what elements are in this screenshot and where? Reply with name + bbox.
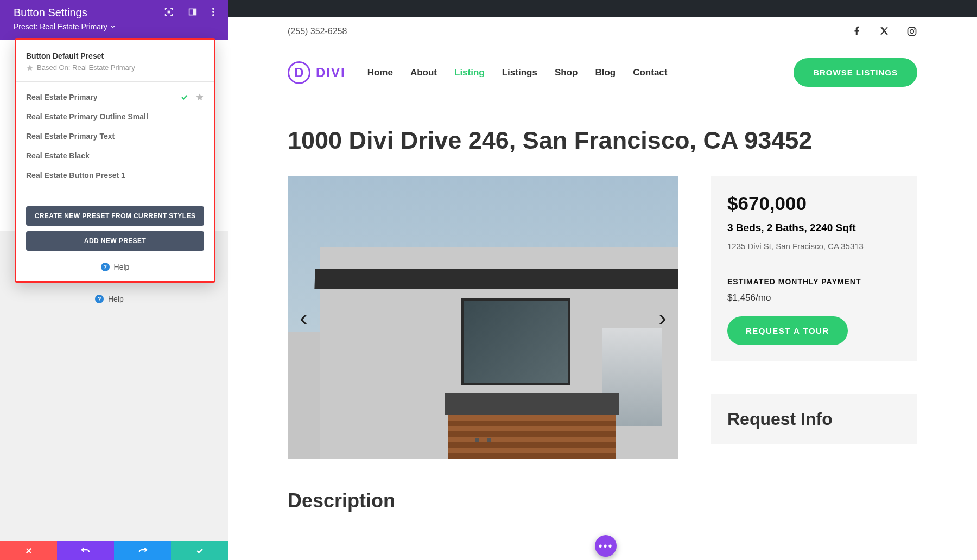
svg-point-11 <box>910 30 914 34</box>
svg-rect-4 <box>168 11 170 14</box>
nav-item[interactable]: Home <box>367 67 393 78</box>
default-preset-title[interactable]: Button Default Preset <box>26 52 204 60</box>
star-icon[interactable] <box>195 93 204 101</box>
based-on-label: Based On: Real Estate Primary <box>26 63 204 72</box>
svg-point-7 <box>212 8 214 10</box>
svg-point-12 <box>914 28 915 29</box>
ellipsis-icon: ••• <box>598 540 613 552</box>
preset-item[interactable]: Real Estate Black <box>26 146 204 166</box>
help-link[interactable]: ?Help <box>26 263 204 271</box>
nav-row: D DIVI Home About Listing Listings Shop … <box>228 46 977 99</box>
star-icon <box>26 64 34 72</box>
nav-item[interactable]: About <box>410 67 437 78</box>
slider-next-icon[interactable]: › <box>658 303 667 332</box>
svg-point-9 <box>212 14 214 16</box>
instagram-icon[interactable] <box>906 26 917 37</box>
slider-dot[interactable] <box>475 438 479 442</box>
est-payment-value: $1,456/mo <box>727 292 901 303</box>
undo-button[interactable] <box>57 541 114 560</box>
nav-item[interactable]: Contact <box>633 67 667 78</box>
x-icon[interactable] <box>879 26 889 36</box>
description-heading: Description <box>288 489 678 512</box>
listing-info-card: $670,000 3 Beds, 2 Baths, 2240 Sqft 1235… <box>711 176 917 361</box>
focus-icon[interactable] <box>164 8 173 16</box>
slider-dots <box>475 438 491 442</box>
nav-item[interactable]: Listing <box>454 67 485 78</box>
panel-header: Button Settings Preset: Real Estate Prim… <box>0 0 228 40</box>
image-slider[interactable]: ‹ › <box>288 176 678 459</box>
browse-listings-button[interactable]: BROWSE LISTINGS <box>794 58 917 87</box>
request-info-card: Request Info <box>711 394 917 444</box>
check-icon <box>180 93 189 101</box>
add-preset-button[interactable]: ADD NEW PRESET <box>26 231 204 251</box>
topbar: (255) 352-6258 <box>228 17 977 46</box>
est-payment-label: ESTIMATED MONTHLY PAYMENT <box>727 277 901 286</box>
page-title: 1000 Divi Drive 246, San Francisco, CA 9… <box>288 126 917 155</box>
dock-icon[interactable] <box>188 8 197 16</box>
facebook-icon[interactable] <box>852 26 862 36</box>
nav-item[interactable]: Blog <box>595 67 616 78</box>
request-tour-button[interactable]: REQUEST A TOUR <box>727 316 848 345</box>
svg-rect-6 <box>193 9 196 15</box>
listing-price: $670,000 <box>727 193 901 214</box>
logo[interactable]: D DIVI <box>288 61 346 84</box>
help-icon: ? <box>95 295 104 303</box>
page-preview: (255) 352-6258 D DIVI Home About Listing… <box>228 0 977 560</box>
preset-dropdown: Button Default Preset Based On: Real Est… <box>15 38 215 283</box>
panel-bottom-bar <box>0 541 228 560</box>
preset-item[interactable]: Real Estate Primary Outline Small <box>26 107 204 126</box>
chevron-down-icon <box>111 24 115 29</box>
help-icon: ? <box>101 263 110 271</box>
slider-dot[interactable] <box>487 438 491 442</box>
svg-point-8 <box>212 11 214 13</box>
more-icon[interactable] <box>212 8 214 16</box>
save-button[interactable] <box>171 541 228 560</box>
phone-number: (255) 352-6258 <box>288 27 347 36</box>
preset-selector[interactable]: Preset: Real Estate Primary <box>14 22 214 31</box>
redo-button[interactable] <box>114 541 171 560</box>
request-info-heading: Request Info <box>727 409 901 429</box>
preset-item[interactable]: Real Estate Primary Text <box>26 126 204 146</box>
listing-beds: 3 Beds, 2 Baths, 2240 Sqft <box>727 222 901 234</box>
listing-address: 1235 Divi St, San Fracisco, CA 35313 <box>727 241 901 251</box>
create-preset-button[interactable]: CREATE NEW PRESET FROM CURRENT STYLES <box>26 206 204 226</box>
preset-item[interactable]: Real Estate Primary <box>26 87 204 107</box>
preset-item[interactable]: Real Estate Button Preset 1 <box>26 166 204 185</box>
slider-prev-icon[interactable]: ‹ <box>300 303 308 332</box>
help-link-bg[interactable]: ?Help <box>95 295 124 303</box>
module-options-fab[interactable]: ••• <box>595 535 617 557</box>
nav-item[interactable]: Shop <box>555 67 578 78</box>
nav-item[interactable]: Listings <box>502 67 537 78</box>
nav: Home About Listing Listings Shop Blog Co… <box>367 67 668 78</box>
cancel-button[interactable] <box>0 541 57 560</box>
